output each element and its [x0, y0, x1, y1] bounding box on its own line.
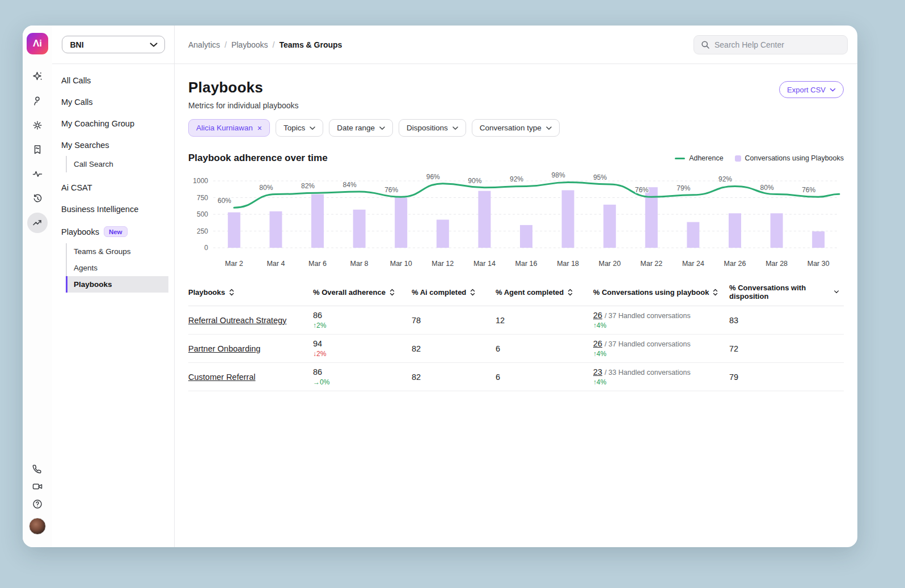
- playbook-link[interactable]: Customer Referral: [188, 373, 255, 382]
- svg-text:250: 250: [197, 227, 208, 235]
- conversations-count-link[interactable]: 26: [593, 339, 602, 348]
- org-selector[interactable]: BNI: [62, 36, 165, 53]
- breadcrumb-teams-groups: Teams & Groups: [279, 40, 342, 49]
- svg-text:500: 500: [197, 210, 208, 218]
- active-filter-label: Alicia Kurniawan: [196, 124, 253, 132]
- page-title: Playbooks: [188, 79, 299, 96]
- new-badge: New: [104, 226, 128, 237]
- svg-text:92%: 92%: [718, 175, 732, 183]
- sort-icon: [470, 288, 476, 297]
- agent-completed-value: 12: [496, 306, 593, 335]
- column-label: % Ai completed: [412, 288, 466, 297]
- column-header--ai-completed[interactable]: % Ai completed: [412, 278, 496, 306]
- svg-text:Mar 12: Mar 12: [432, 260, 454, 268]
- agent-completed-value: 6: [496, 363, 593, 391]
- conversations-delta: ↑4%: [593, 322, 725, 329]
- search-icon: [701, 40, 710, 49]
- app-logo-icon[interactable]: Λi: [27, 33, 48, 54]
- playbook-link[interactable]: Referral Outreach Strategy: [188, 316, 286, 325]
- sidebar-subitem-agents[interactable]: Agents: [67, 260, 168, 276]
- filter-dropdown-date-range[interactable]: Date range: [329, 119, 393, 137]
- conversations-count-link[interactable]: 26: [593, 311, 602, 320]
- main-area: Analytics/Playbooks/Teams & Groups Searc…: [175, 26, 857, 547]
- conversations-count-link[interactable]: 23: [593, 367, 602, 377]
- sidebar-item-playbooks[interactable]: PlaybooksNew: [52, 220, 168, 243]
- help-icon[interactable]: [29, 496, 45, 512]
- svg-text:96%: 96%: [426, 173, 440, 181]
- svg-text:Mar 16: Mar 16: [515, 260, 538, 268]
- active-filter-chip[interactable]: Alicia Kurniawan×: [188, 119, 270, 137]
- svg-text:Mar 26: Mar 26: [724, 260, 746, 268]
- svg-text:95%: 95%: [593, 174, 607, 181]
- sidebar-item-label: My Searches: [61, 141, 109, 150]
- sidebar-item-ai-csat[interactable]: Ai CSAT: [52, 177, 168, 198]
- history-icon[interactable]: [27, 188, 48, 209]
- breadcrumb-playbooks[interactable]: Playbooks: [231, 40, 268, 49]
- chevron-down-icon: [150, 43, 158, 47]
- legend-item: Conversations using Playbooks: [735, 154, 844, 162]
- settings-icon[interactable]: [27, 115, 48, 136]
- table-row-partner-onboarding: Partner Onboarding 94 ↓2% 82 6 26 / 37 H…: [188, 335, 844, 363]
- chart-legend: AdherenceConversations using Playbooks: [675, 154, 844, 162]
- video-icon[interactable]: [29, 479, 45, 494]
- filter-dropdown-conversation-type[interactable]: Conversation type: [472, 119, 560, 137]
- column-header-playbooks[interactable]: Playbooks: [188, 278, 313, 306]
- column-header--conversations-with-disposition[interactable]: % Conversations with disposition: [729, 278, 844, 306]
- table-row-referral-outreach-strategy: Referral Outreach Strategy 86 ↑2% 78 12 …: [188, 306, 844, 335]
- sidebar-item-my-coaching-group[interactable]: My Coaching Group: [52, 113, 168, 134]
- sidebar-item-all-calls[interactable]: All Calls: [52, 70, 168, 91]
- svg-text:1000: 1000: [193, 177, 208, 185]
- filter-dropdown-topics[interactable]: Topics: [276, 119, 323, 137]
- breadcrumb-analytics[interactable]: Analytics: [188, 40, 220, 49]
- ai-sparkle-icon[interactable]: [27, 66, 48, 87]
- filter-dropdown-dispositions[interactable]: Dispositions: [399, 119, 466, 137]
- chevron-down-icon: [834, 290, 839, 294]
- sidebar-subitem-playbooks[interactable]: Playbooks: [67, 276, 168, 293]
- overall-adherence-value: 86: [313, 367, 407, 377]
- column-header--conversations-using-playbook[interactable]: % Conversations using playbook: [593, 278, 729, 306]
- remove-filter-icon[interactable]: ×: [257, 124, 262, 133]
- sidebar-item-business-intelligence[interactable]: Business Intelligence: [52, 198, 168, 220]
- search-placeholder: Search Help Center: [714, 40, 784, 49]
- sidebar-item-my-calls[interactable]: My Calls: [52, 91, 168, 113]
- sidebar-subgroup-playbooks: Teams & GroupsAgentsPlaybooks: [66, 243, 168, 293]
- playbook-link[interactable]: Partner Onboarding: [188, 344, 260, 353]
- playbook-bookmark-icon[interactable]: [27, 139, 48, 160]
- analytics-trending-icon[interactable]: [27, 213, 48, 233]
- svg-text:Mar 6: Mar 6: [308, 260, 327, 268]
- user-avatar[interactable]: [29, 518, 46, 535]
- sidebar-item-label: Ai CSAT: [61, 183, 92, 192]
- activity-icon[interactable]: [27, 164, 48, 184]
- sidebar-subitem-call-search[interactable]: Call Search: [67, 156, 168, 172]
- topbar: Analytics/Playbooks/Teams & Groups Searc…: [175, 26, 857, 64]
- help-search-input[interactable]: Search Help Center: [693, 35, 848, 54]
- svg-text:0: 0: [204, 244, 208, 252]
- chevron-down-icon: [546, 126, 552, 130]
- legend-label: Adherence: [689, 154, 723, 162]
- agent-completed-value: 6: [496, 335, 593, 363]
- filter-bar: Alicia Kurniawan×TopicsDate rangeDisposi…: [188, 119, 844, 137]
- playbooks-table: Playbooks% Overall adherence% Ai complet…: [188, 278, 844, 391]
- legend-item: Adherence: [675, 154, 723, 162]
- disposition-value: 83: [729, 306, 844, 335]
- column-header--overall-adherence[interactable]: % Overall adherence: [313, 278, 412, 306]
- sidebar-item-my-searches[interactable]: My Searches: [52, 134, 168, 156]
- svg-text:76%: 76%: [802, 186, 815, 194]
- svg-text:750: 750: [197, 194, 208, 202]
- svg-text:60%: 60%: [218, 197, 231, 205]
- adherence-chart: 02505007501000Mar 2Mar 4Mar 6Mar 8Mar 10…: [188, 170, 844, 270]
- sort-icon: [712, 288, 718, 297]
- breadcrumb-separator: /: [273, 40, 275, 49]
- contacts-icon[interactable]: [27, 91, 48, 111]
- handled-conversations-label: / 33 Handled conversations: [604, 369, 690, 377]
- column-header--agent-completed[interactable]: % Agent completed: [496, 278, 593, 306]
- sidebar-subitem-teams-groups[interactable]: Teams & Groups: [67, 243, 168, 260]
- icon-rail: Λi: [23, 26, 52, 547]
- svg-text:Mar 24: Mar 24: [682, 260, 704, 268]
- phone-icon[interactable]: [29, 461, 45, 477]
- overall-adherence-value: 94: [313, 339, 407, 348]
- export-csv-button[interactable]: Export CSV: [779, 81, 844, 98]
- svg-text:84%: 84%: [343, 181, 357, 189]
- overall-adherence-delta: →0%: [313, 378, 407, 386]
- overall-adherence-delta: ↓2%: [313, 350, 407, 358]
